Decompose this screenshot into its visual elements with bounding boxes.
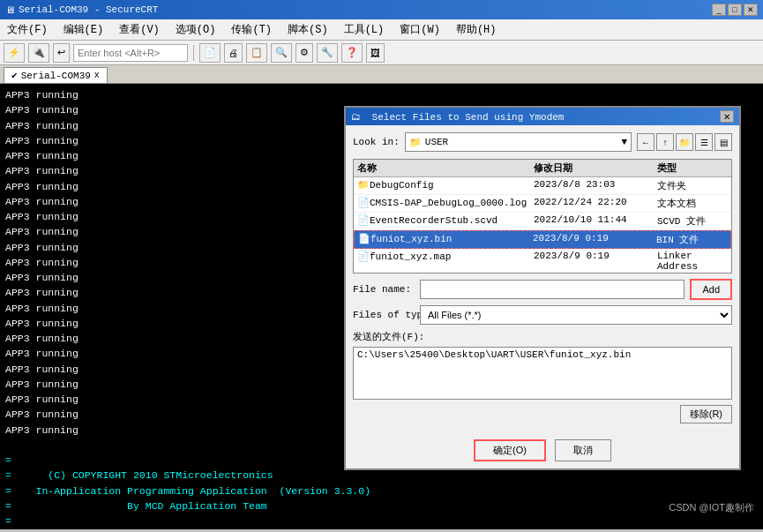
dialog-body: Look in: 📁 USER ▼ ← ↑ 📁 ☰ ▤ 名称 bbox=[346, 125, 739, 436]
remove-row: 移除(R) bbox=[353, 405, 732, 423]
file-row-name: 📁DebugConfig bbox=[357, 179, 534, 192]
lookin-view2-button[interactable]: ▤ bbox=[714, 133, 732, 151]
file-name-row: File name: Add bbox=[353, 279, 732, 300]
file-row-type: Linker Address bbox=[657, 251, 728, 272]
lookin-toolbar: ← ↑ 📁 ☰ ▤ bbox=[637, 133, 732, 151]
sent-file-entry: C:\Users\25400\Desktop\UART\USER\funiot_… bbox=[357, 349, 728, 360]
lookin-up-button[interactable]: ↑ bbox=[656, 133, 674, 151]
col-name: 名称 bbox=[357, 161, 534, 175]
file-list-header: 名称 修改日期 类型 bbox=[354, 160, 731, 177]
lookin-new-folder-button[interactable]: 📁 bbox=[676, 133, 693, 151]
lookin-back-button[interactable]: ← bbox=[637, 133, 655, 151]
file-list-row[interactable]: 📄CMSIS-DAP_DebugLog_0000.log 2022/12/24 … bbox=[354, 195, 731, 213]
file-row-date: 2023/8/9 0:19 bbox=[534, 251, 657, 272]
file-row-type: 文本文档 bbox=[657, 197, 728, 210]
file-name-label: File name: bbox=[353, 284, 415, 295]
file-row-type: SCVD 文件 bbox=[657, 214, 728, 228]
lookin-view-button[interactable]: ☰ bbox=[695, 133, 713, 151]
lookin-dropdown-icon: ▼ bbox=[621, 137, 627, 147]
dialog-title-text: Select Files to Send using Ymodem bbox=[372, 112, 565, 123]
lookin-label: Look in: bbox=[353, 137, 400, 147]
file-row-icon: 📄 bbox=[358, 234, 370, 244]
remove-button[interactable]: 移除(R) bbox=[680, 405, 732, 423]
lookin-folder-icon: 📁 bbox=[409, 137, 422, 148]
file-row-date: 2023/8/8 23:03 bbox=[534, 179, 657, 192]
file-name-input[interactable] bbox=[420, 280, 684, 299]
file-row-type: BIN 文件 bbox=[656, 233, 727, 246]
add-button[interactable]: Add bbox=[690, 279, 732, 300]
files-of-type-label: Files of type: bbox=[353, 310, 415, 320]
cancel-button[interactable]: 取消 bbox=[555, 439, 611, 461]
file-row-date: 2022/10/10 11:44 bbox=[534, 214, 657, 228]
files-of-type-row: Files of type: All Files (*.*) bbox=[353, 305, 732, 325]
ok-button[interactable]: 确定(O) bbox=[474, 439, 546, 461]
ymodem-dialog: 🗂 Select Files to Send using Ymodem ✕ Lo… bbox=[344, 106, 741, 470]
file-row-icon: 📄 bbox=[357, 198, 370, 208]
col-date: 修改日期 bbox=[534, 161, 657, 175]
file-row-name: 📄CMSIS-DAP_DebugLog_0000.log bbox=[357, 197, 534, 210]
dialog-title-icon-label: 🗂 Select Files to Send using Ymodem bbox=[351, 111, 564, 123]
file-row-name: 📄funiot_xyz.map bbox=[357, 251, 534, 272]
file-list-row[interactable]: 📄funiot_xyz.map 2023/8/9 0:19 Linker Add… bbox=[354, 249, 731, 273]
lookin-value: USER bbox=[425, 137, 448, 147]
files-of-type-select[interactable]: All Files (*.*) bbox=[420, 305, 732, 325]
file-row-name: 📄EventRecorderStub.scvd bbox=[357, 214, 534, 228]
file-list-row[interactable]: 📄EventRecorderStub.scvd 2022/10/10 11:44… bbox=[354, 213, 731, 230]
lookin-combo[interactable]: 📁 USER ▼ bbox=[405, 132, 632, 152]
file-row-type: 文件夹 bbox=[657, 179, 728, 192]
file-list-rows: 📁DebugConfig 2023/8/8 23:03 文件夹 📄CMSIS-D… bbox=[354, 177, 731, 273]
file-list-container[interactable]: 名称 修改日期 类型 📁DebugConfig 2023/8/8 23:03 文… bbox=[353, 159, 732, 273]
dialog-title-bar: 🗂 Select Files to Send using Ymodem ✕ bbox=[346, 108, 739, 125]
lookin-row: Look in: 📁 USER ▼ ← ↑ 📁 ☰ ▤ bbox=[353, 132, 732, 152]
file-list-row[interactable]: 📄funiot_xyz.bin 2023/8/9 0:19 BIN 文件 bbox=[354, 230, 731, 249]
file-row-date: 2023/8/9 0:19 bbox=[533, 233, 656, 246]
sent-files-box[interactable]: C:\Users\25400\Desktop\UART\USER\funiot_… bbox=[353, 347, 732, 400]
col-type: 类型 bbox=[657, 161, 728, 175]
dialog-icon: 🗂 bbox=[351, 112, 361, 123]
file-row-icon: 📁 bbox=[357, 180, 370, 191]
file-row-date: 2022/12/24 22:20 bbox=[534, 197, 657, 210]
dialog-overlay: 🗂 Select Files to Send using Ymodem ✕ Lo… bbox=[0, 0, 763, 529]
file-row-icon: 📄 bbox=[357, 215, 370, 226]
file-row-icon: 📄 bbox=[357, 251, 370, 262]
dialog-close-button[interactable]: ✕ bbox=[720, 110, 734, 123]
sent-files-label: 发送的文件(F): bbox=[353, 330, 732, 343]
dialog-footer: 确定(O) 取消 bbox=[346, 436, 739, 468]
file-row-name: 📄funiot_xyz.bin bbox=[358, 233, 533, 246]
file-list-row[interactable]: 📁DebugConfig 2023/8/8 23:03 文件夹 bbox=[354, 177, 731, 195]
